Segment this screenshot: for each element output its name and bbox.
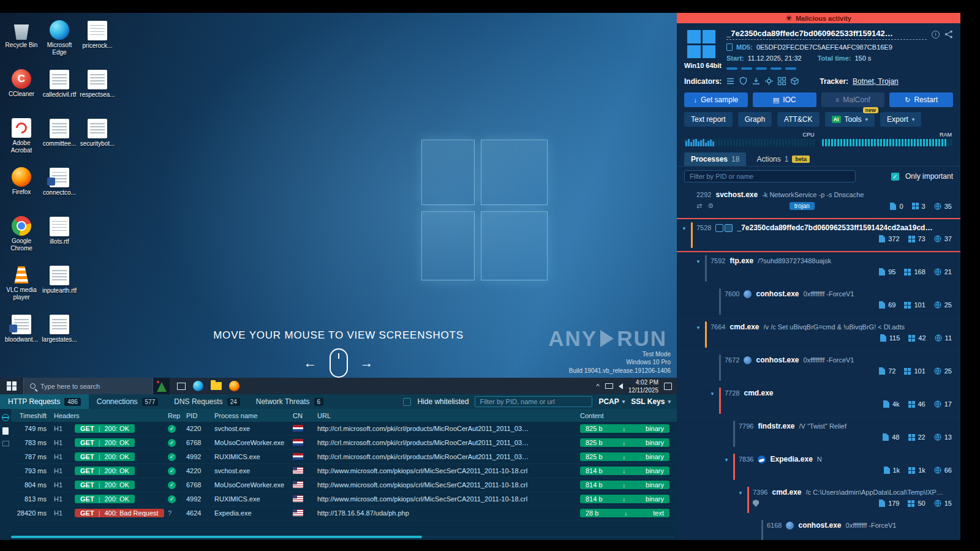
registry-counter[interactable]: 46 xyxy=(908,400,925,408)
http-request-row[interactable]: 783 ms H1 GET|200: OK ✓ 6768 MoUsoCoreWo… xyxy=(11,436,677,450)
registry-counter[interactable]: 101 xyxy=(904,301,925,309)
expand-arrow-icon[interactable]: ▼ xyxy=(738,490,743,496)
md5-value[interactable]: 0E5DFD2FECDE7C5AEFE4AFC987CB16E9 xyxy=(756,43,892,51)
network-counter[interactable]: 13 xyxy=(934,433,952,441)
desktop-icon[interactable]: inputearth.rtf xyxy=(40,263,78,312)
only-important-checkbox[interactable]: ✓ xyxy=(891,173,899,181)
network-counter[interactable]: 25 xyxy=(934,301,952,309)
content-badge[interactable]: 825 b↓binary xyxy=(580,438,669,447)
content-badge[interactable]: 825 b↓binary xyxy=(580,452,669,461)
process-row[interactable]: ▼ 7728 cmd.exe 4k 46 17 xyxy=(677,384,960,418)
network-counter[interactable]: 17 xyxy=(934,400,952,408)
desktop-icon[interactable]: VLC media player xyxy=(2,263,40,312)
desktop-icon[interactable]: connectco... xyxy=(40,165,78,214)
network-tab[interactable]: HTTP Requests486 xyxy=(0,394,89,409)
crosshair-icon[interactable] xyxy=(764,77,774,86)
tag-pill[interactable] xyxy=(756,67,767,70)
files-counter[interactable]: 72 xyxy=(879,367,895,375)
text-report-button[interactable]: Text report xyxy=(684,112,733,127)
http-request-row[interactable]: 28420 ms H1 GET|400: Bad Request ? 4624 … xyxy=(11,506,677,520)
expand-arrow-icon[interactable]: ▼ xyxy=(682,226,687,231)
registry-counter[interactable]: 22 xyxy=(908,433,925,441)
tab-processes[interactable]: Processes18 xyxy=(684,152,746,166)
network-tab[interactable]: Connections577 xyxy=(89,394,166,409)
content-badge[interactable]: 814 b↓binary xyxy=(580,467,669,475)
desktop-icon[interactable]: Recycle Bin xyxy=(2,18,40,67)
files-counter[interactable]: 69 xyxy=(879,301,895,309)
desktop-icon[interactable]: Firefox xyxy=(2,165,40,214)
task-view-icon[interactable] xyxy=(177,383,186,390)
col-url[interactable]: URL xyxy=(317,412,580,419)
desktop-icon[interactable]: respectsea... xyxy=(78,67,116,116)
get-sample-button[interactable]: ↓Get sample xyxy=(684,92,748,107)
process-row[interactable]: 6168 conhost.exe 0xffffffff -ForceV1 xyxy=(677,517,960,540)
http-request-row[interactable]: 787 ms H1 GET|200: OK ✓ 4992 RUXIMICS.ex… xyxy=(11,450,677,464)
registry-counter[interactable]: 42 xyxy=(908,334,925,342)
network-counter[interactable]: 66 xyxy=(934,467,952,474)
desktop-icon[interactable]: Google Chrome xyxy=(2,214,40,263)
process-row[interactable]: ▼ 7664 cmd.exe /v /c Set uBivqBrG=cmd & … xyxy=(677,318,960,351)
process-row[interactable]: ▼ 7836 Expedia.exe N 1k 1k 66 xyxy=(677,451,960,484)
tag-pill[interactable] xyxy=(771,67,782,70)
process-row[interactable]: ▼ 7528 _7e2350cda89ffedc7bd060962533ff15… xyxy=(677,219,960,252)
col-content[interactable]: Content xyxy=(580,412,677,419)
document-icon[interactable] xyxy=(2,427,9,435)
network-counter[interactable]: 15 xyxy=(934,500,952,507)
next-screenshot-arrow-icon[interactable]: → xyxy=(360,356,374,370)
process-row[interactable]: ▼ 7396 cmd.exe /c C:\Users\admin\AppData… xyxy=(677,484,960,517)
network-counter[interactable]: 35 xyxy=(934,203,952,210)
expand-arrow-icon[interactable]: ▼ xyxy=(696,325,701,331)
process-row[interactable]: 7796 findstr.exe /V "Twist" Relief 48 22… xyxy=(677,418,960,451)
edge-taskbar-icon[interactable] xyxy=(193,381,203,391)
col-cn[interactable]: CN xyxy=(293,412,317,419)
tag-pill[interactable] xyxy=(741,67,752,70)
list-indicator-icon[interactable] xyxy=(726,77,735,86)
network-counter[interactable]: 25 xyxy=(934,367,952,375)
process-tag[interactable]: trojan xyxy=(790,202,815,210)
vm-screen[interactable]: Recycle Bin CCleaner Adobe Acrobat Firef… xyxy=(0,13,677,378)
col-rep[interactable]: Rep xyxy=(168,412,186,419)
grid-icon[interactable] xyxy=(777,77,786,86)
tools-dropdown[interactable]: AI Tools ▾ new xyxy=(825,112,875,127)
col-timeshift[interactable]: Timeshift xyxy=(11,412,54,419)
files-counter[interactable]: 95 xyxy=(879,268,895,276)
expand-arrow-icon[interactable]: ▼ xyxy=(724,457,729,463)
files-counter[interactable]: 48 xyxy=(883,433,899,441)
col-headers[interactable]: Headers xyxy=(54,412,168,419)
desktop-icon[interactable]: Adobe Acrobat xyxy=(2,116,40,165)
desktop-icon[interactable]: calledcivil.rtf xyxy=(40,67,78,116)
col-process-name[interactable]: Process name xyxy=(214,412,293,419)
desktop-icon[interactable]: committee... xyxy=(40,116,78,165)
chip-icon[interactable] xyxy=(2,441,9,446)
files-counter[interactable]: 4k xyxy=(883,400,900,408)
action-center-icon[interactable] xyxy=(664,383,672,390)
http-request-row[interactable]: 793 ms H1 GET|200: OK ✓ 4220 svchost.exe… xyxy=(11,464,677,478)
horizontal-scrollbar[interactable] xyxy=(11,536,422,538)
network-counter[interactable]: 11 xyxy=(935,334,952,342)
process-row[interactable]: 7672 conhost.exe 0xffffffff -ForceV1 72 … xyxy=(677,351,960,384)
restart-button[interactable]: ↻Restart xyxy=(889,92,953,107)
shield-icon[interactable] xyxy=(739,77,748,86)
network-filter-input[interactable] xyxy=(475,396,592,407)
desktop-icon[interactable]: Microsoft Edge xyxy=(40,18,78,67)
export-dropdown[interactable]: Export▾ xyxy=(880,112,921,127)
prev-screenshot-arrow-icon[interactable]: ← xyxy=(304,356,317,370)
desktop-icon[interactable]: securitybot... xyxy=(78,116,116,165)
content-badge[interactable]: 28 b↓text xyxy=(580,509,669,517)
tag-pill[interactable] xyxy=(726,67,737,70)
registry-counter[interactable]: 168 xyxy=(904,268,925,276)
taskbar-pinned-image[interactable] xyxy=(153,378,170,394)
network-tab[interactable]: Network Threats6 xyxy=(248,394,331,409)
tag-pill[interactable] xyxy=(785,67,796,70)
content-badge[interactable]: 825 b↓binary xyxy=(580,424,669,433)
tab-actions[interactable]: Actions1 beta xyxy=(750,152,816,166)
firefox-taskbar-icon[interactable] xyxy=(229,381,239,391)
registry-counter[interactable]: 73 xyxy=(908,235,925,242)
network-tab[interactable]: DNS Requests24 xyxy=(166,394,248,409)
files-counter[interactable]: 179 xyxy=(879,500,899,507)
tracker-links[interactable]: Botnet, Trojan xyxy=(853,77,899,86)
ioc-button[interactable]: ▤IOC xyxy=(753,92,816,107)
start-button[interactable] xyxy=(0,378,23,394)
registry-counter[interactable]: 101 xyxy=(904,367,925,375)
expand-arrow-icon[interactable]: ▼ xyxy=(696,259,701,264)
